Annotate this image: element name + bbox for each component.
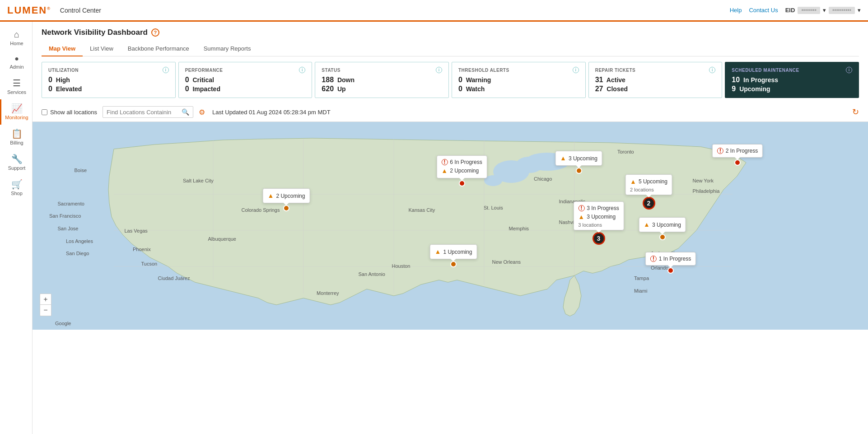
search-input[interactable]	[107, 109, 179, 116]
metric-performance-critical: 0 Critical	[185, 76, 306, 84]
show-all-label: Show all locations	[50, 109, 97, 116]
pin-se-text2: 3 Upcoming	[587, 213, 616, 221]
metric-performance-values: 0 Critical 0 Impacted	[185, 76, 306, 93]
app-title: Control Center	[60, 7, 101, 14]
metric-threshold-warning: 0 Warning	[458, 76, 579, 84]
eid-account: ••••••••••	[829, 7, 855, 14]
metric-utilization: UTILIZATION i 0 High 0 Elevated	[42, 62, 176, 98]
metric-threshold-info[interactable]: i	[573, 67, 579, 73]
pin-midatl-sub: 2 locations	[630, 187, 667, 192]
error-circle-icon: !	[441, 159, 448, 165]
metric-maintenance-info[interactable]: i	[846, 67, 852, 73]
pin-midwest-text1: 6 In Progress	[450, 158, 482, 166]
home-icon: ⌂	[14, 30, 19, 39]
google-label: Google	[55, 321, 71, 326]
pin-boston-text: 2 In Progress	[726, 147, 758, 155]
top-nav: LUMEN® Control Center Help Contact Us EI…	[0, 0, 868, 22]
metric-performance-info[interactable]: i	[299, 67, 305, 73]
metric-status-info[interactable]: i	[436, 67, 442, 73]
pin-orlando-row: ! 1 In Progress	[650, 255, 691, 263]
pin-boston[interactable]: ! 2 In Progress	[734, 159, 741, 166]
tab-summary[interactable]: Summary Reports	[196, 42, 258, 56]
sidebar-item-monitoring[interactable]: 📈 Monitoring	[0, 99, 32, 125]
pin-denver-callout-row: ▲ 2 Upcoming	[268, 191, 305, 201]
help-link[interactable]: Help	[730, 7, 742, 14]
nav-right: Help Contact Us EID •••••••• ▾ •••••••••…	[730, 7, 861, 14]
sidebar-item-home[interactable]: ⌂ Home	[0, 25, 32, 51]
pin-midwest-row1: ! 6 In Progress	[441, 158, 482, 166]
metric-repair-title: REPAIR TICKETS	[595, 68, 636, 73]
refresh-icon[interactable]: ↻	[852, 107, 859, 117]
pin-se-text1: 3 In Progress	[587, 204, 619, 212]
support-icon: 🔧	[11, 154, 23, 163]
sidebar-item-billing[interactable]: 📋 Billing	[0, 125, 32, 150]
metric-maintenance-header: SCHEDULED MAINTENANCE i	[732, 67, 852, 73]
metric-repair-info[interactable]: i	[709, 67, 715, 73]
sidebar-item-admin[interactable]: ● Admin	[0, 51, 32, 74]
metric-status-header: STATUS i	[322, 67, 442, 73]
pin-houston[interactable]: ▲ 1 Upcoming	[450, 261, 457, 267]
warning-icon-se2: ▲	[644, 220, 650, 229]
tab-backbone[interactable]: Backbone Performance	[121, 42, 196, 56]
metric-utilization-info[interactable]: i	[163, 67, 169, 73]
eid-section: EID •••••••• ▾ •••••••••• ▾	[785, 7, 861, 14]
metric-maintenance-values: 10 In Progress 9 Upcoming	[732, 76, 852, 93]
pin-houston-text: 1 Upcoming	[443, 248, 472, 256]
sidebar-item-shop[interactable]: 🛒 Shop	[0, 175, 32, 201]
admin-icon: ●	[14, 55, 19, 62]
metric-performance: PERFORMANCE i 0 Critical 0 Impacted	[178, 62, 313, 98]
metric-repair-header: REPAIR TICKETS i	[595, 67, 716, 73]
metric-threshold: THRESHOLD ALERTS i 0 Warning 0 Watch	[452, 62, 586, 98]
pin-midatl-text: 5 Upcoming	[639, 177, 667, 186]
account-dropdown-icon[interactable]: ▾	[858, 7, 861, 14]
pin-mid-atlantic[interactable]: ▲ 5 Upcoming 2 locations 2	[643, 197, 655, 210]
metric-utilization-values: 0 High 0 Elevated	[48, 76, 169, 93]
warning-icon-se: ▲	[578, 212, 584, 222]
pin-orlando[interactable]: ! 1 In Progress	[667, 267, 674, 274]
sidebar-monitoring-label: Monitoring	[5, 115, 28, 120]
pin-denver-text: 2 Upcoming	[276, 192, 305, 200]
show-all-locations[interactable]: Show all locations	[42, 109, 97, 116]
filter-icon[interactable]: ⚙	[199, 108, 205, 117]
pin-midwest-row2: ▲ 2 Upcoming	[441, 166, 482, 176]
monitoring-icon: 📈	[11, 104, 23, 113]
help-icon[interactable]: ?	[151, 28, 159, 37]
metrics-row: UTILIZATION i 0 High 0 Elevated PERFORMA…	[33, 62, 868, 103]
page-title: Network Visibility Dashboard	[42, 28, 148, 37]
pin-great-lakes[interactable]: ▲ 3 Upcoming	[576, 168, 582, 174]
search-icon[interactable]: 🔍	[182, 108, 189, 116]
pin-southeast-cluster[interactable]: ! 3 In Progress ▲ 3 Upcoming 3 locations…	[593, 232, 605, 245]
tab-list-view[interactable]: List View	[83, 42, 121, 56]
pin-midatl-row: ▲ 5 Upcoming	[630, 177, 667, 187]
metric-maintenance-inprogress: 10 In Progress	[732, 76, 852, 84]
metric-performance-impacted: 0 Impacted	[185, 85, 306, 93]
warning-icon: ▲	[441, 166, 448, 176]
pin-se2[interactable]: ▲ 3 Upcoming	[659, 234, 666, 240]
services-icon: ☰	[13, 79, 21, 88]
pin-houston-row: ▲ 1 Upcoming	[435, 247, 472, 257]
pin-greatlakes-row: ▲ 3 Upcoming	[560, 154, 597, 163]
error-circle-se: !	[578, 205, 584, 211]
sidebar-item-support[interactable]: 🔧 Support	[0, 150, 32, 175]
sidebar-item-services[interactable]: ☰ Services	[0, 74, 32, 99]
metric-status-down: 188 Down	[322, 76, 442, 84]
pin-denver[interactable]: ▲ 2 Upcoming	[283, 205, 289, 211]
metric-utilization-high: 0 High	[48, 76, 169, 84]
logo-text: LUMEN	[7, 5, 47, 16]
show-all-checkbox-input[interactable]	[42, 109, 47, 115]
zoom-in-button[interactable]: +	[40, 294, 51, 305]
metric-maintenance-upcoming: 9 Upcoming	[732, 85, 852, 93]
tab-map-view[interactable]: Map View	[42, 42, 83, 56]
sidebar-home-label: Home	[10, 41, 23, 46]
map-container[interactable]: Boise Sacramento San Francisco San Jose …	[33, 122, 868, 330]
error-circle-orl: !	[650, 256, 657, 262]
eid-dropdown-icon[interactable]: ▾	[823, 7, 826, 14]
zoom-out-button[interactable]: −	[40, 305, 51, 316]
warning-icon-ma: ▲	[630, 177, 636, 187]
pin-midwest[interactable]: ! 6 In Progress ▲ 2 Upcoming	[459, 180, 465, 187]
sidebar-services-label: Services	[7, 89, 26, 95]
pin-midwest-text2: 2 Upcoming	[450, 167, 479, 175]
pin-se2-text: 3 Upcoming	[652, 221, 681, 229]
main-content: Network Visibility Dashboard ? Map View …	[33, 22, 868, 434]
contact-link[interactable]: Contact Us	[749, 7, 778, 14]
